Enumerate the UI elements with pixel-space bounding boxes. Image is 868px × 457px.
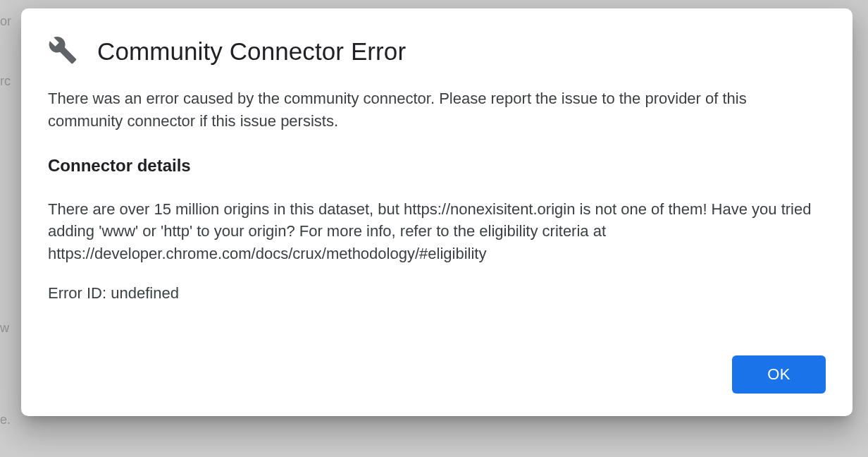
- ok-button[interactable]: OK: [732, 355, 826, 394]
- dialog-actions: OK: [48, 355, 826, 394]
- background-fragment: rc: [0, 74, 11, 89]
- intro-text: There was an error caused by the communi…: [48, 87, 826, 133]
- background-fragment: w: [0, 321, 9, 336]
- error-id: Error ID: undefined: [48, 282, 826, 305]
- background-fragment: e.: [0, 413, 11, 427]
- background-fragment: or: [0, 14, 11, 29]
- wrench-icon: [48, 35, 78, 68]
- details-heading: Connector details: [48, 154, 826, 178]
- detail-message: There are over 15 million origins in thi…: [48, 198, 826, 266]
- dialog-body: There was an error caused by the communi…: [48, 87, 826, 394]
- dialog-header: Community Connector Error: [48, 35, 826, 68]
- dialog-title: Community Connector Error: [97, 37, 406, 66]
- error-dialog: Community Connector Error There was an e…: [21, 8, 852, 416]
